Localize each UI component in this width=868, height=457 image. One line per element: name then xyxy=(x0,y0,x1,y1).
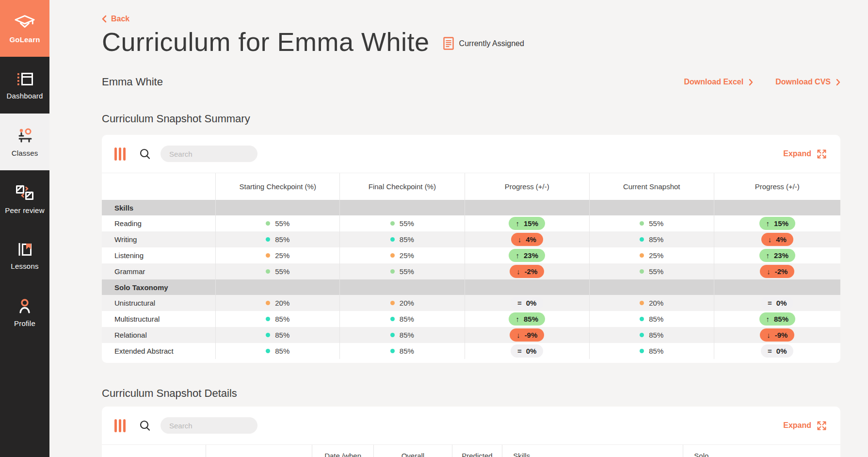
sidebar-item-golearn[interactable]: GoLearn xyxy=(0,0,49,57)
teal-dot-icon xyxy=(640,237,644,242)
sidebar-item-peer-review[interactable]: Peer review xyxy=(0,170,49,227)
row-label: Unistructural xyxy=(114,299,155,307)
value: 25% xyxy=(275,251,289,260)
value: 85% xyxy=(275,235,289,244)
badge-value: -9% xyxy=(775,331,788,339)
green-dot-icon xyxy=(266,221,270,226)
final-checkpoint-cell: 55% xyxy=(340,215,465,231)
table-section-row: Skills xyxy=(102,200,840,215)
starting-checkpoint-cell: 85% xyxy=(216,343,340,359)
arrow-up-icon: ↑ xyxy=(766,251,770,260)
table-row: Listening25%25%↑23%25%↑23% xyxy=(102,247,840,263)
details-section-title: Curriculum Snapshot Details xyxy=(102,387,840,400)
download-excel-link[interactable]: Download Excel xyxy=(684,78,754,86)
filter-icon[interactable] xyxy=(114,419,126,432)
chevron-right-icon xyxy=(749,79,753,86)
summary-search-input[interactable] xyxy=(161,146,257,162)
progress-cell: =0% xyxy=(714,343,840,359)
download-csv-link[interactable]: Download CVS xyxy=(775,78,840,86)
row-label: Writing xyxy=(114,235,137,244)
search-icon[interactable] xyxy=(139,148,151,160)
progress-cell: ↑85% xyxy=(714,311,840,327)
sidebar-item-profile[interactable]: Profile xyxy=(0,284,49,341)
peer-review-icon xyxy=(15,183,35,202)
arrow-down-icon: ↓ xyxy=(767,331,771,339)
sidebar-item-label: GoLearn xyxy=(9,35,40,44)
search-icon[interactable] xyxy=(139,420,151,431)
summary-expand-button[interactable]: Expand xyxy=(783,149,827,159)
value: 85% xyxy=(400,235,414,244)
badge-value: 0% xyxy=(776,299,787,307)
orange-dot-icon xyxy=(266,253,270,258)
sidebar-item-lessons[interactable]: Lessons xyxy=(0,227,49,284)
orange-dot-icon xyxy=(390,301,395,305)
teal-dot-icon xyxy=(266,317,270,321)
progress-badge-up: ↑23% xyxy=(509,249,545,262)
progress-cell: ↓-2% xyxy=(465,263,590,279)
table-row: Multistructural85%85%↑85%85%↑85% xyxy=(102,311,840,327)
back-label: Back xyxy=(111,15,129,23)
expand-label: Expand xyxy=(783,421,811,430)
arrow-down-icon: ↓ xyxy=(518,235,522,244)
value: 55% xyxy=(275,267,289,276)
summary-table: Starting Checkpoint (%)Final Checkpoint … xyxy=(102,173,840,359)
badge-value: 85% xyxy=(524,315,538,323)
final-checkpoint-cell: 85% xyxy=(340,327,465,343)
badge-value: 23% xyxy=(524,251,538,260)
sidebar: GoLearnDashboardClassesPeer reviewLesson… xyxy=(0,0,49,457)
table-row: Relational85%85%↓-9%85%↓-9% xyxy=(102,327,840,343)
progress-cell: ↓4% xyxy=(465,231,590,247)
value: 85% xyxy=(649,235,663,244)
current-snapshot-cell: 85% xyxy=(590,343,714,359)
value: 20% xyxy=(649,299,663,307)
final-checkpoint-cell: 85% xyxy=(340,343,465,359)
starting-checkpoint-cell: 25% xyxy=(216,247,340,263)
section-cell xyxy=(340,279,465,295)
value: 55% xyxy=(649,267,663,276)
details-expand-button[interactable]: Expand xyxy=(783,421,827,431)
column-header xyxy=(102,445,206,457)
value: 55% xyxy=(649,219,663,228)
current-snapshot-cell: 25% xyxy=(590,247,714,263)
progress-cell: ↓-2% xyxy=(714,263,840,279)
value: 85% xyxy=(275,347,289,355)
status-badge: Currently Assigned xyxy=(443,37,524,50)
equals-icon: = xyxy=(517,347,522,355)
sidebar-item-classes[interactable]: Classes xyxy=(0,114,49,170)
teal-dot-icon xyxy=(266,237,270,242)
profile-icon xyxy=(16,297,33,315)
row-label: Listening xyxy=(114,251,144,260)
equals-icon: = xyxy=(517,299,522,307)
sidebar-item-dashboard[interactable]: Dashboard xyxy=(0,57,49,114)
filter-icon[interactable] xyxy=(114,147,126,161)
column-header: Final Checkpoint (%) xyxy=(340,173,465,200)
summary-section-title: Curriculum Snapshot Summary xyxy=(102,113,840,125)
logo-graduation-cap-icon xyxy=(14,14,36,31)
badge-value: 23% xyxy=(774,251,788,260)
teal-dot-icon xyxy=(640,333,644,337)
table-row: Extended Abstract85%85%=0%85%=0% xyxy=(102,343,840,359)
badge-value: -9% xyxy=(525,331,538,339)
row-label-cell: Listening xyxy=(102,247,216,263)
progress-cell: =0% xyxy=(714,295,840,311)
table-section-row: Solo Taxonomy xyxy=(102,279,840,295)
back-link[interactable]: Back xyxy=(102,15,129,23)
progress-cell: ↑15% xyxy=(714,215,840,231)
progress-cell: ↑23% xyxy=(465,247,590,263)
row-label-cell: Unistructural xyxy=(102,295,216,311)
green-dot-icon xyxy=(390,269,395,274)
value: 20% xyxy=(275,299,289,307)
details-search-input[interactable] xyxy=(161,417,257,434)
row-label-cell: Writing xyxy=(102,231,216,247)
sidebar-item-label: Dashboard xyxy=(6,92,43,100)
progress-badge-eq: =0% xyxy=(761,344,793,358)
chevron-right-icon xyxy=(836,79,840,86)
progress-cell: ↓4% xyxy=(714,231,840,247)
row-label-cell: Multistructural xyxy=(102,311,216,327)
current-snapshot-cell: 55% xyxy=(590,215,714,231)
arrow-down-icon: ↓ xyxy=(516,267,520,276)
value: 85% xyxy=(649,331,663,339)
row-label-cell: Grammar xyxy=(102,263,216,279)
teal-dot-icon xyxy=(390,237,395,242)
row-label-cell: Extended Abstract xyxy=(102,343,216,359)
